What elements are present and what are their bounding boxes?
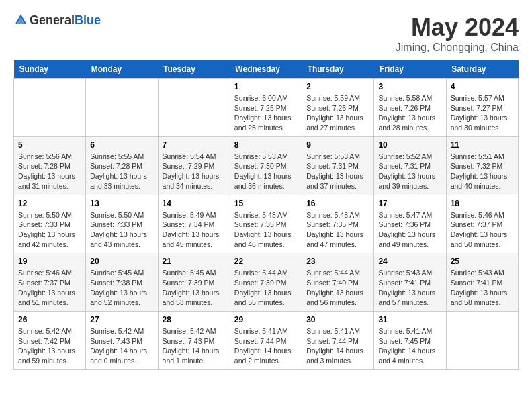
day-info: Sunrise: 5:49 AMSunset: 7:34 PMDaylight:… — [163, 210, 226, 250]
calendar-cell: 21Sunrise: 5:45 AMSunset: 7:39 PMDayligh… — [158, 253, 230, 312]
calendar-table: SundayMondayTuesdayWednesdayThursdayFrid… — [13, 60, 519, 370]
calendar-cell: 2Sunrise: 5:59 AMSunset: 7:26 PMDaylight… — [302, 79, 374, 137]
day-info: Sunrise: 5:41 AMSunset: 7:44 PMDaylight:… — [306, 326, 369, 366]
day-info: Sunrise: 5:48 AMSunset: 7:35 PMDaylight:… — [234, 210, 298, 250]
day-number: 23 — [306, 257, 369, 266]
calendar-cell: 20Sunrise: 5:45 AMSunset: 7:38 PMDayligh… — [86, 253, 158, 312]
day-number: 4 — [451, 82, 514, 91]
calendar-cell — [86, 79, 158, 137]
calendar-cell: 31Sunrise: 5:41 AMSunset: 7:45 PMDayligh… — [374, 312, 446, 370]
weekday-header-tuesday: Tuesday — [158, 60, 230, 79]
day-info: Sunrise: 5:44 AMSunset: 7:40 PMDaylight:… — [306, 268, 369, 308]
weekday-header-thursday: Thursday — [302, 60, 374, 79]
calendar-cell: 12Sunrise: 5:50 AMSunset: 7:33 PMDayligh… — [14, 195, 86, 253]
calendar-cell: 22Sunrise: 5:44 AMSunset: 7:39 PMDayligh… — [230, 253, 302, 312]
day-info: Sunrise: 6:00 AMSunset: 7:25 PMDaylight:… — [234, 93, 298, 133]
calendar-cell: 16Sunrise: 5:48 AMSunset: 7:35 PMDayligh… — [302, 195, 374, 253]
calendar-cell: 9Sunrise: 5:53 AMSunset: 7:31 PMDaylight… — [302, 136, 374, 195]
calendar-cell: 23Sunrise: 5:44 AMSunset: 7:40 PMDayligh… — [302, 253, 374, 312]
day-info: Sunrise: 5:42 AMSunset: 7:43 PMDaylight:… — [163, 326, 226, 366]
page-header: GeneralBlue May 2024 Jiming, Chongqing, … — [13, 13, 519, 54]
day-number: 1 — [234, 82, 298, 91]
day-info: Sunrise: 5:55 AMSunset: 7:28 PMDaylight:… — [90, 152, 153, 191]
day-number: 11 — [451, 140, 514, 150]
calendar-cell: 5Sunrise: 5:56 AMSunset: 7:28 PMDaylight… — [14, 136, 86, 195]
calendar-week-3: 12Sunrise: 5:50 AMSunset: 7:33 PMDayligh… — [14, 195, 519, 253]
day-number: 6 — [90, 140, 153, 150]
day-info: Sunrise: 5:41 AMSunset: 7:44 PMDaylight:… — [234, 326, 298, 366]
day-info: Sunrise: 5:50 AMSunset: 7:33 PMDaylight:… — [18, 210, 81, 250]
calendar-cell: 26Sunrise: 5:42 AMSunset: 7:42 PMDayligh… — [14, 312, 86, 370]
day-number: 19 — [18, 257, 81, 266]
day-info: Sunrise: 5:52 AMSunset: 7:31 PMDaylight:… — [378, 152, 441, 191]
calendar-cell: 7Sunrise: 5:54 AMSunset: 7:29 PMDaylight… — [158, 136, 230, 195]
day-info: Sunrise: 5:43 AMSunset: 7:41 PMDaylight:… — [378, 268, 441, 308]
calendar-week-1: 1Sunrise: 6:00 AMSunset: 7:25 PMDaylight… — [14, 79, 519, 137]
day-number: 26 — [18, 315, 81, 324]
day-number: 22 — [234, 257, 298, 266]
day-number: 24 — [378, 257, 441, 266]
calendar-cell: 30Sunrise: 5:41 AMSunset: 7:44 PMDayligh… — [302, 312, 374, 370]
weekday-header-monday: Monday — [86, 60, 158, 79]
calendar-cell: 3Sunrise: 5:58 AMSunset: 7:26 PMDaylight… — [374, 79, 446, 137]
day-info: Sunrise: 5:41 AMSunset: 7:45 PMDaylight:… — [378, 326, 441, 366]
day-number: 3 — [378, 82, 441, 91]
day-number: 29 — [234, 315, 298, 324]
calendar-cell: 4Sunrise: 5:57 AMSunset: 7:27 PMDaylight… — [446, 79, 518, 137]
calendar-cell: 1Sunrise: 6:00 AMSunset: 7:25 PMDaylight… — [230, 79, 302, 137]
calendar-cell: 14Sunrise: 5:49 AMSunset: 7:34 PMDayligh… — [158, 195, 230, 253]
calendar-cell — [14, 79, 86, 137]
calendar-cell: 13Sunrise: 5:50 AMSunset: 7:33 PMDayligh… — [86, 195, 158, 253]
day-number: 20 — [90, 257, 153, 266]
calendar-week-4: 19Sunrise: 5:46 AMSunset: 7:37 PMDayligh… — [14, 253, 519, 312]
day-number: 27 — [90, 315, 153, 324]
day-number: 30 — [306, 315, 369, 324]
weekday-header-wednesday: Wednesday — [230, 60, 302, 79]
day-info: Sunrise: 5:44 AMSunset: 7:39 PMDaylight:… — [234, 268, 298, 308]
logo-blue-text: Blue — [75, 13, 101, 27]
calendar-cell — [446, 312, 518, 370]
day-info: Sunrise: 5:59 AMSunset: 7:26 PMDaylight:… — [306, 93, 369, 133]
day-info: Sunrise: 5:47 AMSunset: 7:36 PMDaylight:… — [378, 210, 441, 250]
calendar-week-5: 26Sunrise: 5:42 AMSunset: 7:42 PMDayligh… — [14, 312, 519, 370]
day-info: Sunrise: 5:50 AMSunset: 7:33 PMDaylight:… — [90, 210, 153, 250]
day-info: Sunrise: 5:46 AMSunset: 7:37 PMDaylight:… — [18, 268, 81, 308]
day-number: 16 — [306, 199, 369, 208]
day-info: Sunrise: 5:54 AMSunset: 7:29 PMDaylight:… — [163, 152, 226, 191]
day-info: Sunrise: 5:45 AMSunset: 7:38 PMDaylight:… — [90, 268, 153, 308]
location: Jiming, Chongqing, China — [396, 42, 519, 54]
day-info: Sunrise: 5:56 AMSunset: 7:28 PMDaylight:… — [18, 152, 81, 191]
day-number: 8 — [234, 140, 298, 150]
weekday-header-row: SundayMondayTuesdayWednesdayThursdayFrid… — [14, 60, 519, 79]
calendar-cell: 10Sunrise: 5:52 AMSunset: 7:31 PMDayligh… — [374, 136, 446, 195]
day-number: 13 — [90, 199, 153, 208]
day-number: 14 — [163, 199, 226, 208]
calendar-cell — [158, 79, 230, 137]
calendar-cell: 15Sunrise: 5:48 AMSunset: 7:35 PMDayligh… — [230, 195, 302, 253]
weekday-header-saturday: Saturday — [446, 60, 518, 79]
day-number: 10 — [378, 140, 441, 150]
day-info: Sunrise: 5:42 AMSunset: 7:43 PMDaylight:… — [90, 326, 153, 366]
day-number: 7 — [163, 140, 226, 150]
day-info: Sunrise: 5:45 AMSunset: 7:39 PMDaylight:… — [163, 268, 226, 308]
day-number: 15 — [234, 199, 298, 208]
day-info: Sunrise: 5:43 AMSunset: 7:41 PMDaylight:… — [451, 268, 514, 308]
day-number: 5 — [18, 140, 81, 150]
calendar-cell: 24Sunrise: 5:43 AMSunset: 7:41 PMDayligh… — [374, 253, 446, 312]
calendar-cell: 28Sunrise: 5:42 AMSunset: 7:43 PMDayligh… — [158, 312, 230, 370]
calendar-cell: 6Sunrise: 5:55 AMSunset: 7:28 PMDaylight… — [86, 136, 158, 195]
weekday-header-friday: Friday — [374, 60, 446, 79]
day-info: Sunrise: 5:46 AMSunset: 7:37 PMDaylight:… — [451, 210, 514, 250]
day-info: Sunrise: 5:58 AMSunset: 7:26 PMDaylight:… — [378, 93, 441, 133]
day-number: 12 — [18, 199, 81, 208]
day-number: 17 — [378, 199, 441, 208]
calendar-cell: 27Sunrise: 5:42 AMSunset: 7:43 PMDayligh… — [86, 312, 158, 370]
calendar-cell: 11Sunrise: 5:51 AMSunset: 7:32 PMDayligh… — [446, 136, 518, 195]
calendar-week-2: 5Sunrise: 5:56 AMSunset: 7:28 PMDaylight… — [14, 136, 519, 195]
day-info: Sunrise: 5:51 AMSunset: 7:32 PMDaylight:… — [451, 152, 514, 191]
calendar-cell: 29Sunrise: 5:41 AMSunset: 7:44 PMDayligh… — [230, 312, 302, 370]
month-title: May 2024 — [396, 13, 519, 42]
logo-general-text: General — [30, 13, 75, 27]
calendar-cell: 18Sunrise: 5:46 AMSunset: 7:37 PMDayligh… — [446, 195, 518, 253]
day-number: 28 — [163, 315, 226, 324]
